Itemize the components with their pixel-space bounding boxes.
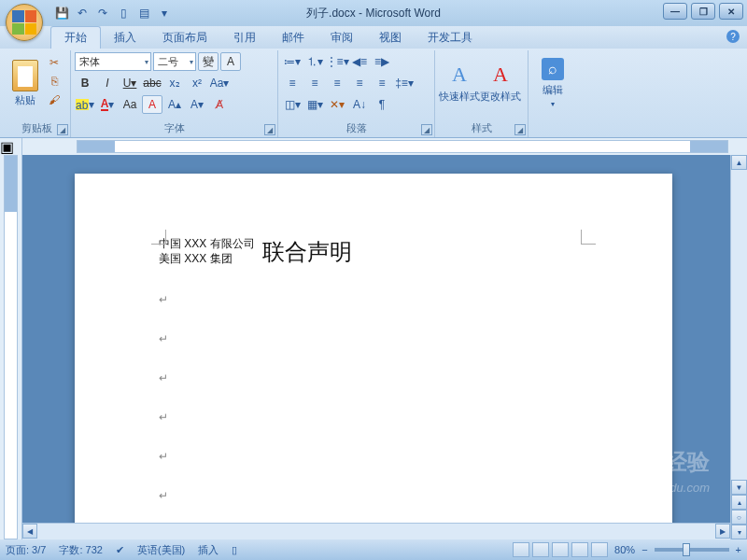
qat-save-icon[interactable]: 💾 (52, 4, 71, 22)
increase-indent-button[interactable]: ≡▶ (372, 52, 392, 71)
group-styles: A 快速样式 A 更改样式 样式 ◢ (435, 50, 529, 137)
multilevel-button[interactable]: ⋮≡▾ (327, 52, 347, 71)
prev-page-button[interactable]: ▴ (731, 495, 747, 510)
highlight-button[interactable]: ab▾ (75, 95, 95, 114)
tab-review[interactable]: 审阅 (317, 27, 366, 49)
status-language[interactable]: 英语(美国) (137, 543, 185, 557)
grow-font-button[interactable]: A▴ (164, 95, 185, 114)
justify-button[interactable]: ≡ (349, 74, 370, 92)
quick-access-toolbar: 💾 ↶ ↷ ▯ ▤ ▾ (52, 4, 174, 22)
zoom-in-button[interactable]: + (736, 544, 741, 555)
horizontal-ruler[interactable] (77, 140, 728, 153)
change-case-button[interactable]: Aa▾ (209, 74, 230, 92)
browse-object-button[interactable]: ○ (731, 510, 747, 525)
help-button[interactable]: ? (726, 30, 740, 43)
format-painter-button[interactable]: 🖌 (45, 91, 63, 108)
align-left-button[interactable]: ≡ (282, 74, 303, 92)
cut-button[interactable]: ✂ (45, 54, 63, 71)
sort-button[interactable]: A↓ (349, 95, 370, 114)
office-button[interactable] (6, 4, 43, 41)
align-center-button[interactable]: ≡ (304, 74, 325, 92)
ribbon: 粘贴 ✂ ⎘ 🖌 剪贴板 ◢ 宋体▾ 二号▾ 變 A B I U▾ abc (0, 49, 747, 138)
shrink-font-button[interactable]: A▾ (187, 95, 207, 114)
show-marks-button[interactable]: ¶ (372, 95, 392, 114)
clipboard-launcher[interactable]: ◢ (57, 124, 68, 135)
document-scroll[interactable]: 中国 XXX 有限公司 美国 XXX 集团 联合声明 ↵ ↵ ↵ ↵ ↵ ↵ (22, 155, 730, 539)
status-page[interactable]: 页面: 3/7 (6, 543, 46, 557)
view-print-layout[interactable] (513, 542, 529, 557)
subscript-button[interactable]: x₂ (164, 74, 185, 92)
view-full-screen[interactable] (532, 542, 549, 557)
editing-button[interactable]: ⌕ 编辑 ▾ (532, 52, 573, 114)
view-web-layout[interactable] (552, 542, 569, 557)
scroll-left-button[interactable]: ◀ (22, 524, 37, 539)
char-shading-button[interactable]: Aa (120, 95, 140, 114)
qat-print-icon[interactable]: ▤ (134, 4, 153, 22)
scroll-right-button[interactable]: ▶ (715, 524, 730, 539)
change-styles-button[interactable]: A 更改样式 (480, 52, 521, 114)
qat-redo-icon[interactable]: ↷ (93, 4, 112, 22)
tab-layout[interactable]: 页面布局 (149, 27, 220, 49)
status-macro-icon[interactable]: ▯ (232, 544, 237, 556)
strikethrough-button[interactable]: abc (142, 74, 162, 92)
paste-button[interactable]: 粘贴 (7, 52, 43, 114)
vertical-ruler[interactable] (0, 155, 22, 539)
view-outline[interactable] (571, 542, 588, 557)
qat-undo-icon[interactable]: ↶ (73, 4, 92, 22)
tab-view[interactable]: 视图 (366, 27, 415, 49)
copy-button[interactable]: ⎘ (45, 73, 63, 90)
ruler-corner[interactable]: ▣ (0, 138, 22, 155)
italic-button[interactable]: I (97, 74, 118, 92)
phonetic-guide-button[interactable]: 變 (198, 52, 218, 71)
styles-launcher[interactable]: ◢ (514, 124, 526, 135)
enclose-char-button[interactable]: A (142, 95, 162, 114)
align-right-button[interactable]: ≡ (327, 74, 347, 92)
distribute-button[interactable]: ≡ (372, 74, 392, 92)
find-icon: ⌕ (542, 58, 564, 80)
decrease-indent-button[interactable]: ◀≡ (349, 52, 370, 71)
numbering-button[interactable]: ⒈▾ (304, 52, 325, 71)
tab-references[interactable]: 引用 (220, 27, 269, 49)
asian-layout-button[interactable]: ✕▾ (327, 95, 347, 114)
minimize-button[interactable]: — (663, 3, 687, 20)
status-words[interactable]: 字数: 732 (59, 543, 102, 557)
next-page-button[interactable]: ▾ (731, 525, 747, 539)
tab-mailings[interactable]: 邮件 (269, 27, 317, 49)
maximize-button[interactable]: ❐ (691, 3, 715, 20)
horizontal-scrollbar[interactable]: ◀ ▶ (22, 523, 730, 539)
bullets-button[interactable]: ≔▾ (282, 52, 303, 71)
paragraph-launcher[interactable]: ◢ (421, 124, 432, 135)
font-name-combo[interactable]: 宋体▾ (75, 52, 151, 71)
zoom-slider[interactable] (655, 548, 729, 552)
tab-insert[interactable]: 插入 (101, 27, 149, 49)
view-draft[interactable] (591, 542, 608, 557)
clear-formatting-button[interactable]: A̸ (209, 95, 230, 114)
qat-new-icon[interactable]: ▯ (114, 4, 133, 22)
scroll-up-button[interactable]: ▲ (731, 155, 747, 170)
paragraph-mark: ↵ (159, 371, 588, 385)
underline-button[interactable]: U▾ (120, 74, 140, 92)
borders-button[interactable]: ▦▾ (304, 95, 325, 114)
paragraph-mark: ↵ (159, 332, 588, 345)
zoom-out-button[interactable]: − (641, 544, 647, 555)
font-size-combo[interactable]: 二号▾ (153, 52, 196, 71)
tab-home[interactable]: 开始 (50, 26, 101, 49)
close-button[interactable]: ✕ (719, 3, 743, 20)
superscript-button[interactable]: x² (187, 74, 207, 92)
quick-styles-button[interactable]: A 快速样式 (439, 52, 480, 114)
status-insert-mode[interactable]: 插入 (198, 543, 218, 557)
shading-button[interactable]: ◫▾ (282, 95, 303, 114)
scroll-down-button[interactable]: ▼ (731, 480, 747, 495)
tab-developer[interactable]: 开发工具 (415, 27, 486, 49)
status-proofing-icon[interactable]: ✔ (116, 544, 124, 556)
zoom-level[interactable]: 80% (614, 544, 635, 555)
vertical-scrollbar[interactable]: ▲ ▼ ▴ ○ ▾ (730, 155, 747, 539)
character-border-button[interactable]: A (220, 52, 241, 71)
qat-customize-icon[interactable]: ▾ (155, 4, 174, 22)
paragraph-mark: ↵ (159, 411, 588, 424)
font-launcher[interactable]: ◢ (264, 124, 275, 135)
document-content[interactable]: 中国 XXX 有限公司 美国 XXX 集团 联合声明 ↵ ↵ ↵ ↵ ↵ ↵ (159, 237, 588, 502)
line-spacing-button[interactable]: ‡≡▾ (394, 74, 415, 92)
bold-button[interactable]: B (75, 74, 95, 92)
font-color-button[interactable]: A▾ (97, 95, 118, 114)
